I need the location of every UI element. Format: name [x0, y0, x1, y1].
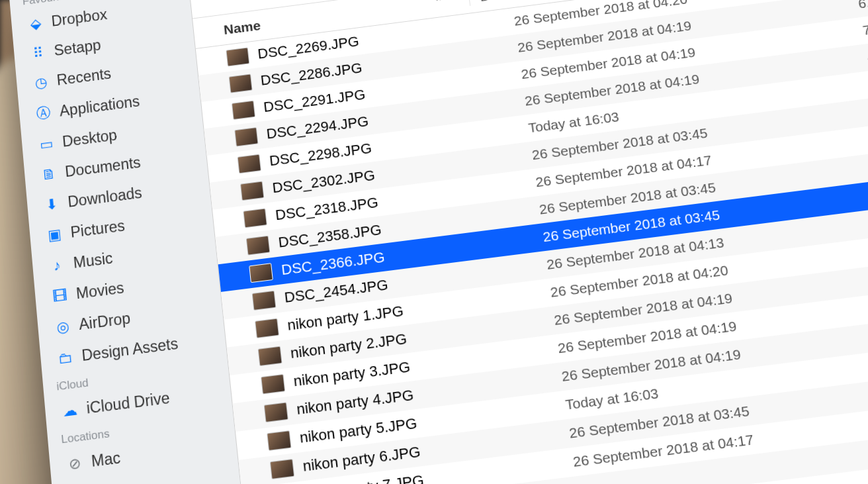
file-list: DSC_2269.JPG26 September 2018 at 04:205.…: [196, 0, 868, 484]
sidebar-item-label: Applications: [59, 93, 140, 120]
sidebar-item-label: Mac: [91, 449, 121, 471]
app-icon: Ⓐ: [34, 103, 53, 124]
sidebar-item-label: Design Assets: [81, 335, 179, 365]
sidebar-item-label: Downloads: [67, 184, 142, 211]
movie-icon: 🎞: [50, 287, 69, 306]
file-thumbnail-icon: [255, 318, 279, 338]
file-size: 6.9 MB: [806, 0, 868, 18]
file-thumbnail-icon: [258, 346, 282, 366]
file-thumbnail-icon: [232, 101, 255, 120]
file-thumbnail-icon: [229, 74, 253, 93]
cloud-icon: ☁: [61, 401, 79, 420]
setapp-icon: ⠿: [29, 44, 47, 62]
file-thumbnail-icon: [238, 154, 261, 174]
download-icon: ⬇: [42, 195, 61, 214]
file-thumbnail-icon: [234, 127, 258, 146]
file-thumbnail-icon: [226, 48, 249, 67]
content-area: 〈 〉 Photo Export ☰ ⌃⌄: [187, 0, 868, 484]
nav-back-button[interactable]: 〈: [200, 0, 222, 3]
document-icon: 🗎: [40, 165, 58, 183]
file-thumbnail-icon: [240, 181, 264, 201]
dropbox-icon: ⬙: [26, 15, 44, 33]
file-thumbnail-icon: [270, 459, 294, 479]
file-thumbnail-icon: [267, 430, 291, 451]
sidebar-item-label: Setapp: [54, 36, 102, 60]
file-thumbnail-icon: [249, 263, 273, 283]
disk-icon: ⊘: [65, 454, 85, 473]
finder-window: Favourites ⬙Dropbox⠿Setapp◷RecentsⒶAppli…: [9, 0, 868, 484]
sidebar-item-label: Pictures: [70, 217, 126, 242]
desktop-icon: ▭: [37, 135, 56, 154]
file-thumbnail-icon: [246, 236, 271, 256]
airdrop-icon: ◎: [53, 317, 71, 336]
picture-icon: ▣: [45, 225, 64, 244]
clock-icon: ◷: [32, 73, 50, 92]
sidebar-item-label: Documents: [64, 154, 142, 181]
file-thumbnail-icon: [264, 402, 288, 422]
sidebar-item-label: Recents: [56, 65, 112, 89]
file-thumbnail-icon: [261, 374, 285, 395]
sidebar-item-label: Movies: [75, 279, 125, 303]
sidebar-item-label: Music: [73, 250, 114, 272]
sidebar-item-label: iCloud Drive: [86, 389, 171, 418]
music-icon: ♪: [48, 256, 66, 275]
file-thumbnail-icon: [252, 291, 277, 311]
sidebar-item-label: Desktop: [62, 126, 118, 151]
folder-icon: 🗀: [56, 348, 75, 367]
sort-ascending-icon: ⌃: [434, 0, 444, 8]
sidebar-item-label: Dropbox: [51, 6, 108, 30]
file-thumbnail-icon: [243, 209, 267, 228]
sidebar-item-label: AirDrop: [78, 309, 131, 334]
